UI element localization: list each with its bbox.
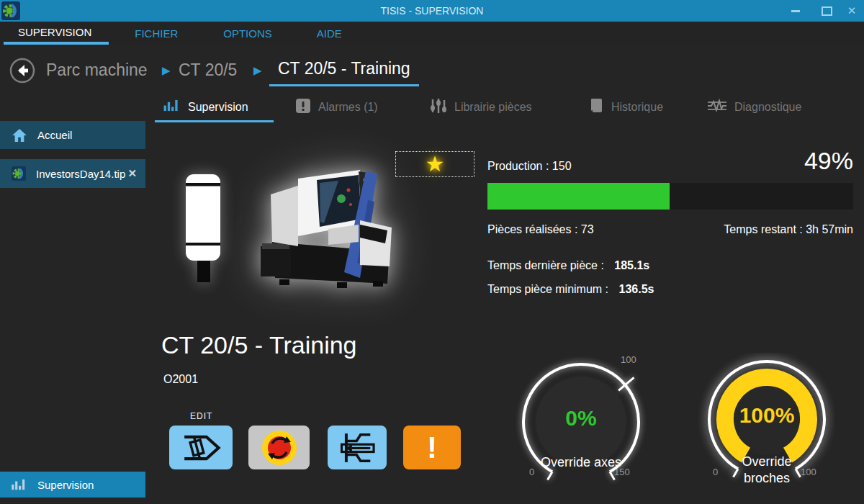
part-silhouette <box>181 173 225 284</box>
time-remaining: Temps restant : 3h 57min <box>724 223 853 236</box>
min-piece-value: 136.5s <box>619 283 654 295</box>
tab-label: Librairie pièces <box>454 101 532 114</box>
override-broches-value: 100% <box>698 403 835 428</box>
gauge-min-label: 0 <box>713 467 718 477</box>
waveform-icon <box>707 99 727 116</box>
menu-supervision[interactable]: SUPERVISION <box>4 22 109 45</box>
history-book-icon <box>589 98 604 117</box>
sidebar-item-document[interactable]: InvestorsDay14.tip ✕ <box>0 159 145 188</box>
back-button[interactable] <box>9 58 35 84</box>
override-broches-label: Override broches <box>724 454 810 487</box>
menu-options[interactable]: OPTIONS <box>217 22 278 45</box>
exclamation-icon: ! <box>427 433 437 463</box>
production-panel: Production : 150 49% Pièces réalisées : … <box>487 153 853 296</box>
breadcrumb-separator-icon: ▶ <box>253 64 262 77</box>
tab-historique[interactable]: Historique <box>589 94 663 120</box>
maximize-button[interactable] <box>812 0 841 22</box>
gauge-max-label: 150 <box>614 467 630 477</box>
sidebar-item-label: Supervision <box>37 479 94 491</box>
favorite-button[interactable]: ★ <box>395 151 474 177</box>
sidebar-item-label: InvestorsDay14.tip <box>36 168 127 180</box>
last-piece-value: 185.1s <box>614 259 649 271</box>
home-icon <box>12 128 27 143</box>
tab-label: Historique <box>611 101 663 114</box>
breadcrumb-ct205[interactable]: CT 20/5 <box>179 60 237 80</box>
close-icon: ✕ <box>847 4 857 17</box>
gauge-tick-label: 100 <box>621 354 636 365</box>
tab-supervision[interactable]: Supervision <box>155 94 274 122</box>
gauge-min-label: 0 <box>529 467 534 477</box>
close-document-icon[interactable]: ✕ <box>127 167 137 180</box>
min-piece-label: Temps pièce minimum : <box>487 283 608 295</box>
tab-label: Alarmes (1) <box>318 101 378 114</box>
maximize-icon <box>822 6 832 16</box>
tab-diagnostique[interactable]: Diagnostique <box>707 94 801 120</box>
minimize-button[interactable] <box>781 0 810 22</box>
alarm-icon <box>295 98 311 117</box>
parts-library-icon <box>430 98 447 117</box>
menu-aide[interactable]: AIDE <box>311 22 348 45</box>
sidebar-item-label: Accueil <box>37 129 72 141</box>
tisis-window: TISIS - SUPERVISION ✕ SUPERVISION FICHIE… <box>0 0 864 504</box>
tab-alarmes[interactable]: Alarmes (1) <box>295 94 378 120</box>
sidebar-item-supervision[interactable]: Supervision <box>0 472 145 498</box>
machining-icon <box>177 430 225 466</box>
emergency-stop-button[interactable] <box>248 426 310 469</box>
tisis-file-icon <box>12 166 26 181</box>
pieces-done: Pièces réalisées : 73 <box>487 223 594 236</box>
breadcrumb-current: CT 20/5 - Training <box>269 59 419 86</box>
production-percent: 49% <box>804 147 853 175</box>
bar-chart-icon <box>163 99 181 115</box>
menu-bar: SUPERVISION FICHIER OPTIONS AIDE <box>0 22 864 45</box>
window-title: TISIS - SUPERVISION <box>0 0 864 22</box>
breadcrumb-separator-icon: ▶ <box>162 64 171 77</box>
part-eject-icon <box>335 430 379 466</box>
machining-status-button[interactable] <box>169 426 233 469</box>
production-target: Production : 150 <box>487 160 572 173</box>
bar-chart-icon <box>12 478 27 491</box>
program-number: O2001 <box>163 373 198 386</box>
sidebar-item-accueil[interactable]: Accueil <box>0 121 145 149</box>
machine-name: CT 20/5 - Training <box>161 331 357 359</box>
edit-status-label: EDIT <box>190 411 212 421</box>
production-progress-fill <box>487 183 670 210</box>
star-icon: ★ <box>426 153 445 175</box>
alarm-status-button[interactable]: ! <box>403 426 461 469</box>
breadcrumb-parc-machine[interactable]: Parc machine <box>46 60 148 80</box>
tab-label: Supervision <box>188 101 248 114</box>
part-eject-status-button[interactable] <box>328 426 387 469</box>
last-piece-label: Temps dernière pièce : <box>487 259 607 271</box>
minimize-icon <box>791 10 800 12</box>
tab-label: Diagnostique <box>734 101 801 114</box>
production-progress-bar <box>487 183 853 210</box>
machine-image <box>251 157 395 294</box>
gauge-max-label: 100 <box>801 467 816 477</box>
override-axes-value: 0% <box>513 406 649 431</box>
menu-fichier[interactable]: FICHIER <box>129 22 184 45</box>
tab-librairie-pieces[interactable]: Librairie pièces <box>430 94 532 120</box>
close-button[interactable]: ✕ <box>837 0 864 22</box>
emergency-stop-icon <box>261 429 298 467</box>
